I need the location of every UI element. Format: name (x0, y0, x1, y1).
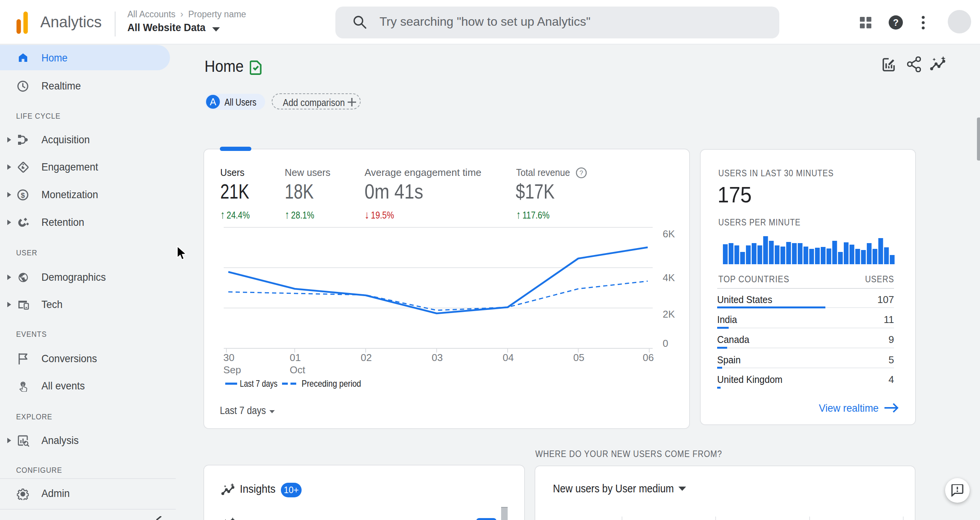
svg-text:Oct: Oct (290, 364, 305, 376)
svg-text:6K: 6K (663, 228, 675, 240)
svg-text:06: 06 (643, 352, 654, 363)
svg-text:2K: 2K (663, 308, 675, 320)
svg-text:03: 03 (432, 352, 443, 363)
svg-text:Last 7 days: Last 7 days (220, 405, 266, 416)
svg-text:05: 05 (573, 352, 584, 363)
svg-text:01: 01 (290, 352, 301, 363)
svg-text:4K: 4K (663, 272, 675, 283)
svg-text:02: 02 (361, 352, 372, 363)
svg-text:0: 0 (663, 338, 668, 349)
svg-text:Preceding period: Preceding period (302, 378, 361, 389)
svg-text:Sep: Sep (223, 364, 241, 376)
svg-text:Last 7 days: Last 7 days (240, 378, 277, 389)
svg-text:30: 30 (223, 352, 234, 363)
svg-text:04: 04 (503, 352, 514, 363)
svg-text:$: $ (21, 191, 25, 199)
